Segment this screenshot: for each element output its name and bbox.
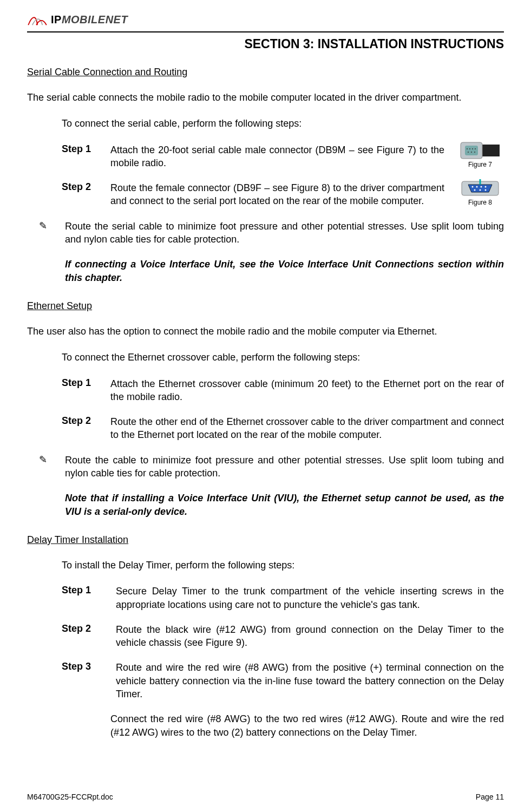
figure-8: Figure 8: [454, 179, 506, 206]
svg-point-4: [469, 148, 470, 149]
step-text: Route the black wire (#12 AWG) from grou…: [116, 623, 504, 650]
step-label: Step 3: [62, 661, 116, 700]
logo-ip: IP: [51, 14, 62, 25]
serial-lead: To connect the serial cable, perform the…: [62, 117, 504, 130]
delay-step-3-cont: Connect the red wire (#8 AWG) to the two…: [62, 712, 504, 739]
pencil-icon: ✎: [39, 454, 65, 518]
delay-step-3: Step 3 Route and wire the red wire (#8 A…: [62, 661, 504, 700]
step-label-empty: [62, 712, 110, 739]
logo-text: IPMOBILENET: [51, 14, 128, 26]
page-footer: M64700G25-FCCRpt.doc Page 11: [27, 793, 504, 801]
ethernet-heading: Ethernet Setup: [27, 300, 504, 312]
svg-point-12: [476, 186, 478, 188]
pencil-icon: ✎: [39, 220, 65, 284]
serial-emphasis: If connecting a Voice Interface Unit, se…: [65, 258, 504, 284]
note-text: Route the serial cable to minimize foot …: [65, 220, 504, 284]
svg-point-9: [474, 152, 475, 153]
step-label: Step 1: [62, 377, 110, 404]
svg-rect-2: [465, 146, 478, 155]
step-label: Step 1: [62, 585, 116, 611]
svg-point-7: [468, 152, 469, 153]
ethernet-step-2: Step 2 Route the other end of the Ethern…: [62, 415, 504, 442]
figure-7: Figure 7: [454, 141, 506, 168]
svg-point-11: [472, 186, 474, 188]
svg-point-13: [481, 186, 482, 188]
figure-7-label: Figure 7: [468, 161, 492, 168]
step-text: Route the female connector (DB9F – see F…: [110, 181, 444, 208]
svg-point-14: [485, 186, 487, 188]
delay-step-2: Step 2 Route the black wire (#12 AWG) fr…: [62, 623, 504, 650]
ethernet-step-1: Step 1 Attach the Ethernet crossover cab…: [62, 377, 504, 404]
ethernet-note: ✎ Route the cable to minimize foot press…: [39, 454, 504, 518]
serial-note-text: Route the serial cable to minimize foot …: [65, 221, 504, 245]
ethernet-lead: To connect the Ethernet crossover cable,…: [62, 351, 504, 364]
serial-step-1: Step 1 Attach the 20-foot serial cable m…: [62, 143, 504, 170]
delay-heading: Delay Timer Installation: [27, 534, 504, 546]
footer-page-number: Page 11: [476, 793, 504, 801]
ethernet-emphasis: Note that if installing a Voice Interfac…: [65, 492, 504, 518]
step-text: Route the other end of the Ethernet cros…: [110, 415, 504, 442]
header-divider: [27, 31, 504, 32]
logo-mark-icon: [27, 12, 48, 27]
step-text: Connect the red wire (#8 AWG) to the two…: [110, 712, 504, 739]
serial-intro: The serial cable connects the mobile rad…: [27, 91, 504, 104]
svg-point-15: [474, 189, 476, 191]
ethernet-note-text: Route the cable to minimize foot pressur…: [65, 455, 504, 479]
serial-step-2: Step 2 Route the female connector (DB9F …: [62, 181, 504, 208]
ethernet-intro: The user also has the option to connect …: [27, 325, 504, 338]
svg-point-16: [480, 189, 481, 191]
svg-rect-0: [480, 145, 500, 156]
brand-logo: IPMOBILENET: [27, 11, 504, 28]
step-text: Attach the Ethernet crossover cable (min…: [110, 377, 504, 404]
svg-point-8: [471, 152, 472, 153]
svg-point-5: [472, 148, 473, 149]
step-label: Step 1: [62, 143, 110, 170]
serial-note: ✎ Route the serial cable to minimize foo…: [39, 220, 504, 284]
logo-mobilenet: MOBILENET: [62, 14, 128, 25]
svg-point-3: [467, 148, 468, 149]
step-label: Step 2: [62, 623, 116, 650]
step-text: Route and wire the red wire (#8 AWG) fro…: [116, 661, 504, 700]
serial-heading: Serial Cable Connection and Routing: [27, 67, 504, 78]
footer-doc-id: M64700G25-FCCRpt.doc: [27, 793, 113, 801]
section-title: SECTION 3: INSTALLATION INSTRUCTIONS: [27, 37, 504, 51]
step-label: Step 2: [62, 181, 110, 208]
delay-step-1: Step 1 Secure Delay Timer to the trunk c…: [62, 585, 504, 611]
db9f-connector-icon: [458, 179, 502, 198]
step-text: Secure Delay Timer to the trunk compartm…: [116, 585, 504, 611]
delay-lead: To install the Delay Timer, perform the …: [62, 559, 504, 572]
db9m-connector-icon: [458, 141, 502, 160]
note-text: Route the cable to minimize foot pressur…: [65, 454, 504, 518]
svg-point-6: [475, 148, 476, 149]
svg-point-17: [485, 189, 487, 191]
step-label: Step 2: [62, 415, 110, 442]
figure-8-label: Figure 8: [468, 199, 492, 206]
step-text: Attach the 20-foot serial cable male con…: [110, 143, 444, 170]
